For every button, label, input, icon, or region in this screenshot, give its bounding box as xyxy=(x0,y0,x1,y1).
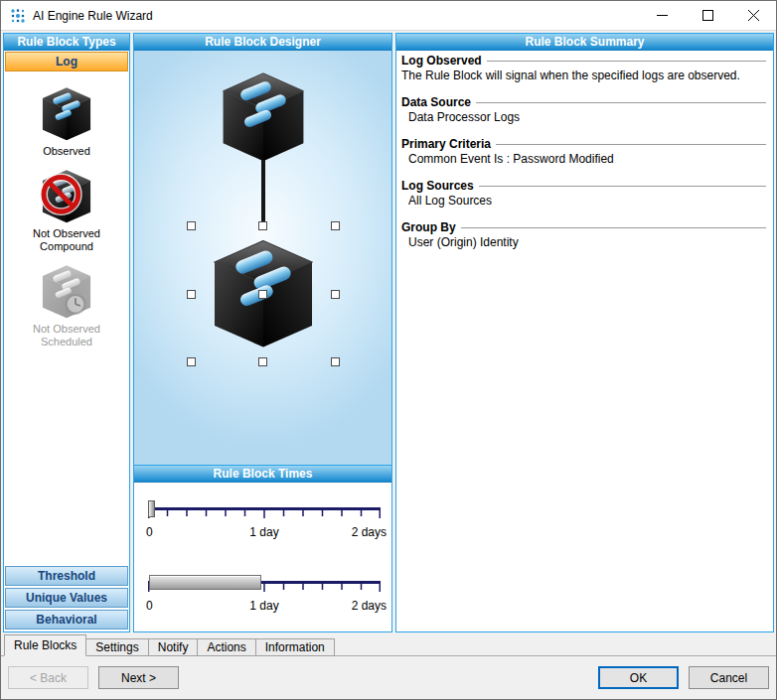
log-group-button[interactable]: Log xyxy=(5,52,128,71)
rule-type-groups: Threshold Unique Values Behavioral xyxy=(4,565,129,631)
rule-block-times-body: 0 1 day 2 days 0 1 day xyxy=(134,483,391,631)
not-observed-compound-icon xyxy=(38,169,95,224)
summary-section-log-observed: Log Observed The Rule Block will signal … xyxy=(401,54,766,82)
tab-actions[interactable]: Actions xyxy=(197,638,255,656)
minimize-icon xyxy=(657,10,668,21)
selection-handle[interactable] xyxy=(331,357,340,366)
maximize-button[interactable] xyxy=(685,1,730,30)
rule-block-designer-panel: Rule Block Designer Rul xyxy=(133,33,392,632)
rule-block-designer-header: Rule Block Designer xyxy=(134,34,391,51)
block-connector-line xyxy=(261,160,265,227)
summary-section-content: User (Origin) Identity xyxy=(401,235,766,249)
tick-label: 1 day xyxy=(249,599,278,613)
selection-handle[interactable] xyxy=(258,221,267,230)
selection-handle[interactable] xyxy=(258,357,267,366)
type-observed-label: Observed xyxy=(21,145,112,158)
rule-block-types-header: Rule Block Types xyxy=(4,34,129,51)
tab-rule-blocks[interactable]: Rule Blocks xyxy=(4,634,86,656)
summary-section-data-source: Data Source Data Processor Logs xyxy=(401,95,766,124)
summary-section-content: The Rule Block will signal when the spec… xyxy=(401,69,766,82)
summary-section-title: Log Observed xyxy=(401,54,482,68)
tab-settings[interactable]: Settings xyxy=(85,638,148,656)
next-button[interactable]: Next > xyxy=(98,666,179,689)
section-divider xyxy=(487,61,766,63)
type-item-not-observed-compound[interactable]: Not Observed Compound xyxy=(4,169,129,253)
selection-handle[interactable] xyxy=(331,290,340,299)
summary-section-content: Data Processor Logs xyxy=(401,110,766,124)
time-slider-range[interactable]: 0 1 day 2 days xyxy=(148,574,381,624)
minimize-button[interactable] xyxy=(639,1,685,30)
type-not-observed-compound-label: Not Observed Compound xyxy=(21,227,112,253)
tick-label: 2 days xyxy=(352,599,387,613)
main-content: Rule Block Types Log Observed xyxy=(1,31,776,633)
behavioral-group-button[interactable]: Behavioral xyxy=(5,610,128,630)
maximize-icon xyxy=(702,10,713,21)
summary-section-content: Common Event Is : Password Modified xyxy=(401,152,766,166)
tick-label: 0 xyxy=(146,599,153,613)
time-slider-primary-thumb[interactable] xyxy=(148,500,155,517)
summary-section-title: Primary Criteria xyxy=(401,137,491,151)
back-button: < Back xyxy=(8,666,88,689)
rule-block-summary-header: Rule Block Summary xyxy=(396,34,773,51)
titlebar: AI Engine Rule Wizard xyxy=(1,1,776,31)
time-slider-range-labels: 0 1 day 2 days xyxy=(148,599,381,613)
section-divider xyxy=(496,144,766,146)
designer-canvas[interactable] xyxy=(134,51,391,465)
selection-handle[interactable] xyxy=(187,290,196,299)
selection-handle[interactable] xyxy=(187,357,196,366)
cancel-button[interactable]: Cancel xyxy=(689,666,769,689)
tick-label: 0 xyxy=(146,525,153,539)
rule-block-times-header: Rule Block Times xyxy=(134,466,391,483)
tick-label: 1 day xyxy=(249,525,278,539)
wizard-footer: < Back Next > OK Cancel xyxy=(1,656,776,699)
tab-information[interactable]: Information xyxy=(255,638,335,656)
not-observed-scheduled-icon xyxy=(38,264,95,320)
summary-section-log-sources: Log Sources All Log Sources xyxy=(401,179,766,208)
close-icon xyxy=(748,10,759,21)
wizard-tabstrip: Rule Blocks Settings Notify Actions Info… xyxy=(1,633,776,656)
threshold-group-button[interactable]: Threshold xyxy=(5,566,128,586)
close-button[interactable] xyxy=(730,1,776,30)
selection-handle[interactable] xyxy=(331,221,340,230)
app-logo-icon xyxy=(10,8,26,24)
rule-block-type-list: Observed Not Observed Compound xyxy=(4,72,129,565)
summary-section-content: All Log Sources xyxy=(401,194,766,208)
unique-values-group-button[interactable]: Unique Values xyxy=(5,588,128,608)
prohibition-icon xyxy=(38,169,95,224)
rule-block-times-section: Rule Block Times 0 1 day 2 days xyxy=(134,465,391,631)
time-slider-primary-labels: 0 1 day 2 days xyxy=(148,525,381,539)
section-divider xyxy=(476,102,766,104)
summary-section-title: Data Source xyxy=(401,95,471,109)
selection-handle[interactable] xyxy=(258,290,267,299)
summary-section-group-by: Group By User (Origin) Identity xyxy=(401,220,766,249)
rule-block-summary-panel: Rule Block Summary Log Observed The Rule… xyxy=(395,33,774,632)
type-item-observed[interactable]: Observed xyxy=(4,86,129,158)
window-controls xyxy=(639,1,776,30)
time-slider-primary-ruler xyxy=(148,507,381,521)
summary-section-title: Group By xyxy=(401,220,456,234)
tab-notify[interactable]: Notify xyxy=(148,638,199,656)
section-divider xyxy=(461,227,766,229)
summary-body: Log Observed The Rule Block will signal … xyxy=(396,51,773,262)
time-slider-primary[interactable]: 0 1 day 2 days xyxy=(148,500,381,550)
tick-label: 2 days xyxy=(352,525,387,539)
ok-button[interactable]: OK xyxy=(598,666,679,689)
type-not-observed-scheduled-label: Not Observed Scheduled xyxy=(21,323,112,349)
summary-section-primary-criteria: Primary Criteria Common Event Is : Passw… xyxy=(401,137,766,166)
time-slider-range-bar[interactable] xyxy=(149,575,261,590)
rule-block-types-panel: Rule Block Types Log Observed xyxy=(3,33,130,632)
window-title: AI Engine Rule Wizard xyxy=(33,9,153,23)
observed-cube-icon xyxy=(38,86,95,142)
ai-engine-rule-wizard-window: AI Engine Rule Wizard Rule Block Types L… xyxy=(0,0,777,700)
clock-icon xyxy=(38,264,95,320)
type-item-not-observed-scheduled: Not Observed Scheduled xyxy=(4,264,129,349)
section-divider xyxy=(479,186,766,188)
selected-rule-block[interactable] xyxy=(191,225,336,362)
selection-handle[interactable] xyxy=(187,221,196,230)
summary-section-title: Log Sources xyxy=(401,179,474,193)
parent-rule-block-cube[interactable] xyxy=(215,70,312,164)
